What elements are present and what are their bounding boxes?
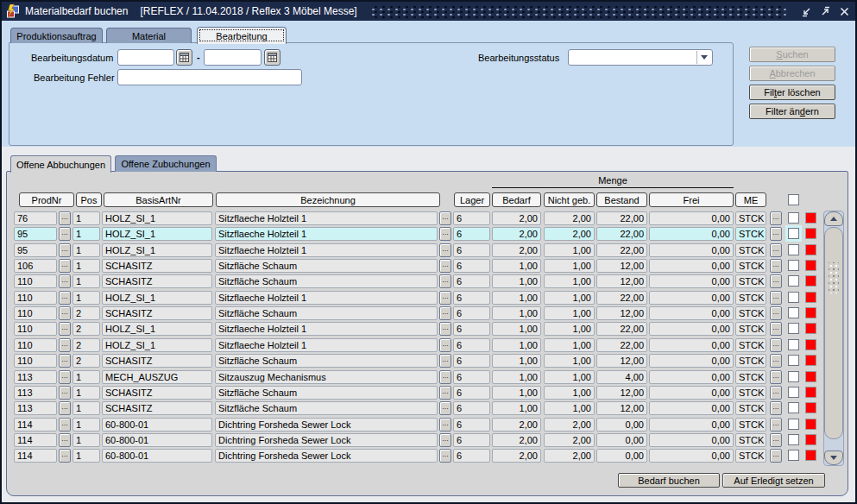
- table-row[interactable]: 114...160-800-01Dichtring Forsheda Sewer…: [2, 417, 857, 432]
- cell-frei[interactable]: 0,00: [649, 354, 734, 368]
- cell-bestand[interactable]: 4,00: [596, 370, 647, 384]
- row-ellipsis-button[interactable]: ...: [770, 386, 782, 400]
- cell-nicht[interactable]: 2,00: [544, 433, 595, 447]
- close-icon[interactable]: [837, 4, 852, 18]
- cell-bez[interactable]: Sitzflaeche Holzteil 1: [215, 338, 438, 352]
- row-ellipsis-button[interactable]: ...: [770, 306, 782, 320]
- cell-lager[interactable]: 6: [453, 243, 490, 257]
- cell-bestand[interactable]: 0,00: [596, 433, 647, 447]
- table-row[interactable]: 114...160-800-01Dichtring Forsheda Sewer…: [2, 448, 857, 463]
- cell-lager[interactable]: 6: [453, 291, 490, 305]
- row-ellipsis-button[interactable]: ...: [770, 370, 782, 384]
- row-ellipsis-button[interactable]: ...: [439, 386, 451, 400]
- cell-me[interactable]: STCK: [735, 449, 766, 463]
- cell-basis[interactable]: SCHASITZ: [102, 306, 212, 320]
- cell-prodnr[interactable]: 95: [14, 243, 57, 257]
- cell-bestand[interactable]: 12,00: [596, 401, 647, 415]
- cell-bez[interactable]: Sitzflaeche Holzteil 1: [215, 291, 438, 305]
- cell-nicht[interactable]: 2,00: [544, 449, 595, 463]
- cell-bestand[interactable]: 22,00: [596, 227, 647, 241]
- cell-lager[interactable]: 6: [453, 274, 490, 288]
- cell-bedarf[interactable]: 2,00: [492, 433, 541, 447]
- cell-bedarf[interactable]: 1,00: [492, 401, 541, 415]
- column-header-lager[interactable]: Lager: [454, 192, 490, 207]
- bedarf-buchen-button[interactable]: Bedarf buchen: [618, 473, 720, 488]
- cell-pos[interactable]: 1: [72, 291, 100, 305]
- row-ellipsis-button[interactable]: ...: [59, 306, 71, 320]
- row-ellipsis-button[interactable]: ...: [770, 322, 782, 336]
- cell-me[interactable]: STCK: [735, 338, 766, 352]
- cell-lager[interactable]: 6: [453, 418, 490, 432]
- cell-basis[interactable]: HOLZ_SI_1: [102, 322, 212, 336]
- table-row[interactable]: 110...1HOLZ_SI_1Sitzflaeche Holzteil 1..…: [2, 290, 857, 306]
- cell-nicht[interactable]: 1,00: [544, 354, 595, 368]
- cell-basis[interactable]: SCHASITZ: [102, 274, 212, 288]
- row-checkbox[interactable]: [788, 419, 799, 430]
- cell-pos[interactable]: 1: [72, 227, 100, 241]
- row-ellipsis-button[interactable]: ...: [59, 243, 71, 257]
- cell-pos[interactable]: 2: [72, 354, 100, 368]
- cell-lager[interactable]: 6: [453, 306, 490, 320]
- cell-prodnr[interactable]: 110: [14, 291, 57, 305]
- cell-nicht[interactable]: 2,00: [544, 418, 595, 432]
- cell-me[interactable]: STCK: [735, 354, 766, 368]
- cell-me[interactable]: STCK: [735, 418, 766, 432]
- row-checkbox[interactable]: [788, 387, 799, 398]
- cell-bez[interactable]: Dichtring Forsheda Sewer Lock: [215, 418, 438, 432]
- cell-bez[interactable]: Sitzfläche Schaum: [215, 386, 438, 400]
- cell-bestand[interactable]: 12,00: [596, 354, 647, 368]
- cell-bestand[interactable]: 12,00: [596, 306, 647, 320]
- table-row[interactable]: 110...2HOLZ_SI_1Sitzflaeche Holzteil 1..…: [2, 337, 857, 353]
- cell-bestand[interactable]: 22,00: [596, 338, 647, 352]
- row-ellipsis-button[interactable]: ...: [59, 370, 71, 384]
- cell-frei[interactable]: 0,00: [649, 243, 734, 257]
- date-to-calendar-button[interactable]: [264, 49, 280, 66]
- row-ellipsis-button[interactable]: ...: [439, 274, 451, 288]
- row-ellipsis-button[interactable]: ...: [770, 449, 782, 463]
- row-checkbox[interactable]: [788, 402, 799, 413]
- column-header-pos[interactable]: Pos: [76, 192, 102, 207]
- row-ellipsis-button[interactable]: ...: [59, 322, 71, 336]
- cell-lager[interactable]: 6: [453, 433, 490, 447]
- cell-bestand[interactable]: 12,00: [596, 386, 647, 400]
- column-header-bezeichnung[interactable]: Bezeichnung: [216, 192, 440, 207]
- cell-me[interactable]: STCK: [735, 211, 766, 225]
- cell-basis[interactable]: 60-800-01: [102, 418, 212, 432]
- cell-bestand[interactable]: 22,00: [596, 291, 647, 305]
- cell-bedarf[interactable]: 1,00: [492, 386, 541, 400]
- chevron-down-icon[interactable]: [696, 51, 711, 64]
- row-ellipsis-button[interactable]: ...: [770, 259, 782, 273]
- cell-frei[interactable]: 0,00: [649, 291, 734, 305]
- cell-nicht[interactable]: 2,00: [544, 211, 595, 225]
- cell-me[interactable]: STCK: [735, 306, 766, 320]
- cell-prodnr[interactable]: 113: [14, 386, 57, 400]
- row-checkbox[interactable]: [788, 371, 799, 382]
- cell-frei[interactable]: 0,00: [649, 401, 734, 415]
- row-ellipsis-button[interactable]: ...: [59, 338, 71, 352]
- row-ellipsis-button[interactable]: ...: [59, 433, 71, 447]
- row-ellipsis-button[interactable]: ...: [439, 338, 451, 352]
- row-ellipsis-button[interactable]: ...: [439, 401, 451, 415]
- cell-pos[interactable]: 1: [72, 243, 100, 257]
- cell-basis[interactable]: SCHASITZ: [102, 354, 212, 368]
- cell-nicht[interactable]: 1,00: [544, 259, 595, 273]
- cell-lager[interactable]: 6: [453, 401, 490, 415]
- cell-me[interactable]: STCK: [735, 322, 766, 336]
- cell-prodnr[interactable]: 114: [14, 449, 57, 463]
- cell-bez[interactable]: Sitzflaeche Holzteil 1: [215, 211, 438, 225]
- cell-basis[interactable]: SCHASITZ: [102, 386, 212, 400]
- cell-bez[interactable]: Dichtring Forsheda Sewer Lock: [215, 433, 438, 447]
- row-ellipsis-button[interactable]: ...: [770, 211, 782, 225]
- status-dropdown[interactable]: [568, 49, 713, 66]
- cell-prodnr[interactable]: 95: [14, 227, 57, 241]
- cell-me[interactable]: STCK: [735, 370, 766, 384]
- subtab-offene-zubuchungen[interactable]: Offene Zubuchungen: [115, 155, 217, 172]
- row-ellipsis-button[interactable]: ...: [770, 418, 782, 432]
- cell-pos[interactable]: 1: [72, 418, 100, 432]
- cell-prodnr[interactable]: 76: [14, 211, 57, 225]
- select-all-checkbox[interactable]: [788, 194, 799, 205]
- cell-frei[interactable]: 0,00: [649, 433, 734, 447]
- table-row[interactable]: 110...2SCHASITZSitzfläche Schaum...61,00…: [2, 306, 857, 321]
- cell-bedarf[interactable]: 1,00: [492, 354, 541, 368]
- row-checkbox[interactable]: [788, 244, 799, 255]
